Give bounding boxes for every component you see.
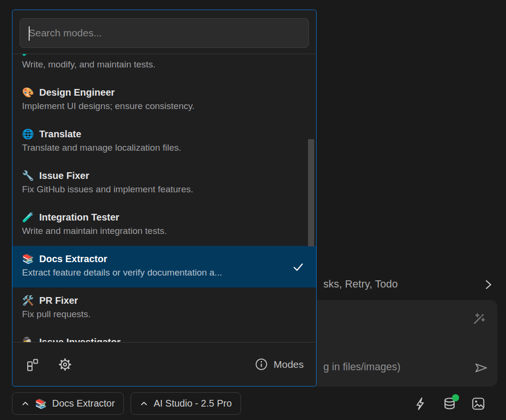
model-selector-button[interactable]: AI Studio - 2.5 Pro [131, 392, 241, 415]
chevron-up-icon [140, 399, 148, 408]
mode-description: Fix GitHub issues and implement features… [22, 183, 307, 196]
mode-description: Write, modify, and maintain tests. [22, 58, 307, 71]
palette-emoji-icon: 🎨 [22, 86, 34, 99]
mode-picker-modal: 🧪 Write, modify, and maintain tests. 🎨 D… [12, 10, 317, 387]
mode-name: Issue Investigator [39, 335, 121, 342]
text-caret [29, 26, 30, 41]
marketplace-button[interactable] [25, 357, 40, 372]
mode-item-issue-investigator[interactable]: 🕵️ Issue Investigator [12, 329, 316, 342]
chat-input-container[interactable]: g in files/images) [287, 300, 497, 387]
chat-input-placeholder: g in files/images) [323, 361, 400, 373]
books-emoji-icon: 📚 [22, 252, 34, 265]
test-tube-emoji-icon: 🧪 [22, 210, 34, 224]
scrollbar-thumb[interactable] [308, 139, 314, 246]
search-input[interactable] [20, 27, 308, 39]
modes-footer-label: Modes [274, 359, 304, 370]
mode-item-docs-extractor[interactable]: 📚 Docs Extractor Extract feature details… [12, 246, 316, 287]
mode-description: Extract feature details or verify docume… [22, 266, 307, 279]
chevron-right-icon[interactable] [482, 278, 495, 291]
search-area [12, 10, 316, 54]
status-bar-icons [413, 396, 486, 411]
model-selector-label: AI Studio - 2.5 Pro [154, 398, 231, 409]
books-emoji-icon: 📚 [35, 398, 47, 409]
globe-emoji-icon: 🌐 [22, 127, 34, 141]
auto-approve-lightning-icon[interactable] [413, 396, 429, 411]
mode-description: Translate and manage localization files. [22, 142, 307, 154]
mode-item-clipped-top[interactable]: 🧪 Write, modify, and maintain tests. [12, 54, 316, 79]
database-icon[interactable] [442, 396, 457, 411]
mode-description: Implement UI designs; ensure consistency… [22, 100, 307, 112]
settings-gear-icon[interactable] [57, 357, 73, 372]
hammer-wrench-emoji-icon: 🛠️ [22, 294, 34, 307]
online-status-dot [452, 394, 459, 401]
suggestion-text: sks, Retry, Todo [323, 278, 398, 290]
wrench-emoji-icon: 🔧 [22, 169, 34, 182]
mode-selector-button[interactable]: 📚 Docs Extractor [12, 392, 124, 415]
enhance-prompt-wand-icon[interactable] [471, 310, 487, 327]
mode-description: Write and maintain integration tests. [22, 225, 307, 237]
status-bar: 📚 Docs Extractor AI Studio - 2.5 Pro [12, 392, 241, 415]
mode-name: Issue Fixer [39, 169, 89, 182]
mode-name: Translate [39, 127, 81, 141]
search-box[interactable] [20, 18, 309, 48]
mode-item-translate[interactable]: 🌐 Translate Translate and manage localiz… [12, 121, 316, 163]
test-tube-emoji-icon: 🧪 [22, 54, 34, 57]
info-icon[interactable] [255, 358, 268, 371]
mode-name: Docs Extractor [39, 252, 107, 265]
modal-footer: Modes [12, 342, 316, 386]
send-icon[interactable] [473, 360, 489, 376]
mode-list[interactable]: 🧪 Write, modify, and maintain tests. 🎨 D… [12, 54, 316, 342]
mode-item-integration-tester[interactable]: 🧪 Integration Tester Write and maintain … [12, 204, 316, 246]
chevron-up-icon [21, 399, 30, 408]
image-attach-icon[interactable] [471, 396, 486, 411]
mode-description: Fix pull requests. [22, 308, 307, 321]
mode-item-issue-fixer[interactable]: 🔧 Issue Fixer Fix GitHub issues and impl… [12, 163, 316, 204]
mode-item-design-engineer[interactable]: 🎨 Design Engineer Implement UI designs; … [12, 79, 316, 121]
detective-emoji-icon: 🕵️ [22, 335, 34, 342]
mode-name: Integration Tester [39, 210, 119, 224]
mode-name: PR Fixer [39, 294, 78, 307]
mode-item-pr-fixer[interactable]: 🛠️ PR Fixer Fix pull requests. [12, 287, 316, 329]
mode-selector-label: Docs Extractor [52, 398, 115, 409]
checkmark-icon [291, 260, 305, 274]
mode-name: Design Engineer [39, 86, 115, 99]
